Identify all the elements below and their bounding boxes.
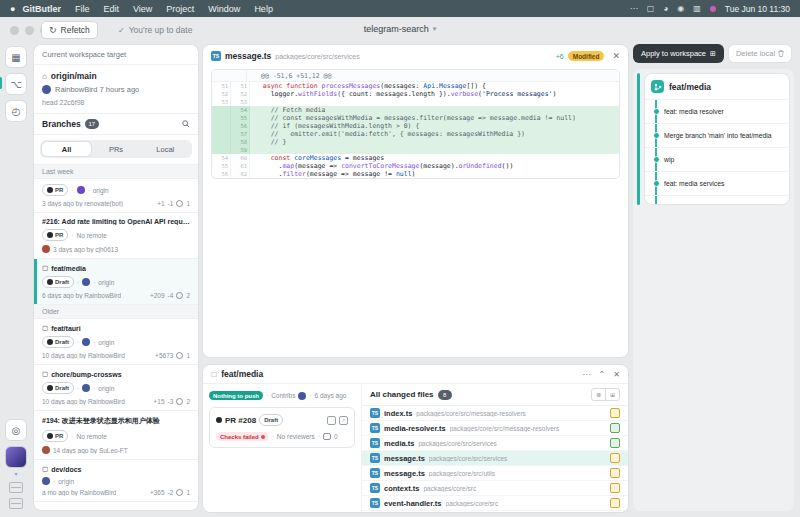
mail-icon[interactable] [9, 498, 23, 509]
target-head-sha: head 22c6f98 [42, 99, 190, 106]
github-icon [47, 187, 53, 193]
stage-manager-icon[interactable]: ▥ [693, 4, 701, 13]
branch-list-item[interactable]: #194: 改进未登录状态显示和用户体验 PR·No remote 14 day… [34, 411, 198, 460]
close-icon[interactable]: ✕ [613, 370, 620, 379]
close-window-button[interactable] [10, 26, 19, 35]
old-line-number: 55 [212, 162, 231, 170]
tab-local[interactable]: Local [141, 142, 190, 156]
branches-view-button[interactable]: ⌥ [5, 73, 27, 95]
history-view-button[interactable]: ◴ [5, 100, 27, 122]
changed-file-row[interactable]: TS message.ts packages/core/src/utils [362, 466, 628, 481]
branch-list-item[interactable]: ▢ dev/docs ·origin a mo ago by RainbowBi… [34, 460, 198, 502]
branch-panel-body: Nothing to push · Contribs · 6 days ago … [203, 384, 628, 512]
old-line-number [212, 146, 231, 154]
separator: · [77, 385, 79, 392]
apply-to-workspace-button[interactable]: Apply to workspace ⊞ [633, 44, 724, 63]
branch-item-title: chore/bump-crossws [51, 371, 121, 378]
typescript-file-icon: TS [370, 468, 380, 478]
token: messages [384, 82, 415, 90]
separator: · [71, 187, 73, 194]
branch-list-item[interactable]: ▢ feat/tauri Draft··origin 10 days ago b… [34, 319, 198, 365]
typescript-file-icon: TS [370, 483, 380, 493]
token: ({ count: messages.length }). [337, 90, 451, 98]
collapse-icon[interactable]: ⌃ [599, 370, 606, 379]
branch-item-meta: 3 days ago by cjh0613 [42, 245, 190, 253]
commit-row[interactable]: feat: media resolver [645, 100, 789, 124]
tab-prs[interactable]: PRs [91, 142, 140, 156]
branch-age: 6 days ago [315, 392, 347, 399]
overflow-icon[interactable]: ⋯ [630, 4, 638, 13]
settings-target-button[interactable]: ◎ [5, 419, 27, 441]
close-icon[interactable]: ✕ [612, 51, 620, 61]
branch-item-badges: PR·No remote [42, 430, 190, 442]
user-avatar[interactable] [5, 446, 27, 468]
new-line-number: 62 [231, 170, 250, 178]
branch-list-item[interactable]: #216: Add rate limiting to OpenAI API re… [34, 213, 198, 259]
new-line-number: 56 [231, 122, 250, 130]
menu-item[interactable]: File [68, 4, 97, 14]
typescript-file-icon: TS [370, 438, 380, 448]
file-status-icon [610, 498, 620, 508]
gitbutler-app: ● GitButlerFileEditViewProjectWindowHelp… [0, 0, 800, 517]
reviewers-label: No reviewers [277, 433, 315, 440]
feedback-icon[interactable] [9, 482, 23, 493]
changed-file-row[interactable]: TS index.ts packages/core/src/message-re… [362, 406, 628, 421]
stat-deletions: -3 [168, 398, 174, 405]
menu-item[interactable]: Window [201, 4, 247, 14]
tab-all[interactable]: All [42, 142, 91, 156]
delete-local-button[interactable]: Delete local [728, 44, 792, 63]
stat-commits: 2 [186, 398, 190, 405]
left-icon-rail: ▦ ⌥ ◴ ◎ ▾ [0, 46, 32, 509]
changed-file-row[interactable]: TS context.ts packages/core/src [362, 481, 628, 496]
commit-count-icon [176, 292, 183, 299]
search-icon[interactable] [182, 120, 190, 128]
file-path: packages/core/src [423, 485, 606, 492]
window-icon[interactable]: ▢ [647, 4, 655, 13]
more-options-icon[interactable]: ⋯ [583, 370, 591, 379]
minimize-window-button[interactable] [25, 26, 34, 35]
branch-list-item[interactable]: ▢ feat/media Draft··origin 6 days ago by… [34, 259, 198, 305]
menu-item[interactable]: View [126, 4, 159, 14]
menu-item[interactable]: Project [159, 4, 201, 14]
tree-view-button[interactable]: ⊞ [605, 388, 620, 401]
open-external-icon[interactable]: ↗ [339, 416, 348, 425]
changed-file-row[interactable]: TS message.ts packages/core/src/services [362, 451, 628, 466]
virtual-branch-icon: ▢ [42, 465, 48, 473]
branch-item-title-row: ▢ feat/media [42, 264, 190, 272]
new-line-number: 51 [231, 82, 250, 90]
checks-failed-label: Checks failed [220, 434, 259, 440]
old-line-number [212, 130, 231, 138]
commit-row[interactable]: feat: media services [645, 172, 789, 196]
apple-icon[interactable]: ● [10, 4, 15, 14]
changed-file-row[interactable]: TS media.ts packages/core/src/services [362, 436, 628, 451]
pr-card[interactable]: PR #208 Draft ↗ Checks failed · [209, 407, 355, 448]
stack-branch-header[interactable]: feat/media [645, 74, 789, 100]
workspace-target-card[interactable]: ⌂ origin/main RainbowBird 7 hours ago he… [34, 65, 198, 114]
old-line-number [212, 106, 231, 114]
new-line-number: 61 [231, 162, 250, 170]
menu-bar-clock[interactable]: Tue Jun 10 11:30 [725, 4, 790, 14]
compass-icon[interactable]: ◉ [677, 4, 684, 13]
branch-list-item[interactable]: PR··origin 3 days ago by renovate(bot) +… [34, 179, 198, 213]
checks-failed-badge: Checks failed [216, 432, 269, 441]
changed-file-row[interactable]: TS event-handler.ts packages/core/src [362, 496, 628, 511]
menu-item[interactable]: Edit [96, 4, 126, 14]
commit-row[interactable]: wip [645, 148, 789, 172]
list-view-button[interactable]: ≣ [591, 388, 606, 401]
diff-file-header: TS message.ts packages/core/src/services… [203, 45, 628, 67]
stat-additions: +5673 [155, 352, 173, 359]
branch-lane: feat/media feat: media resolverMerge bra… [633, 69, 794, 511]
separator: · [77, 339, 79, 346]
separator: · [272, 433, 274, 440]
workspace-view-button[interactable]: ▦ [5, 46, 27, 68]
changed-file-row[interactable]: TS media-resolver.ts packages/core/src/m… [362, 421, 628, 436]
refetch-button[interactable]: ↻ Refetch [41, 21, 98, 39]
copy-icon[interactable] [327, 416, 336, 425]
commit-row[interactable]: Merge branch 'main' into feat/media [645, 124, 789, 148]
chat-icon[interactable]: ◕ [663, 4, 668, 13]
project-switcher[interactable]: telegram-search ▾ [364, 24, 437, 34]
menu-item[interactable]: GitButler [19, 4, 68, 14]
branch-details-panel: ▢ feat/media ⋯ ⌃ ✕ Nothing to push · Con… [202, 364, 629, 513]
menu-item[interactable]: Help [247, 4, 280, 14]
branch-list-item[interactable]: ▢ chore/bump-crossws Draft··origin 10 da… [34, 365, 198, 411]
